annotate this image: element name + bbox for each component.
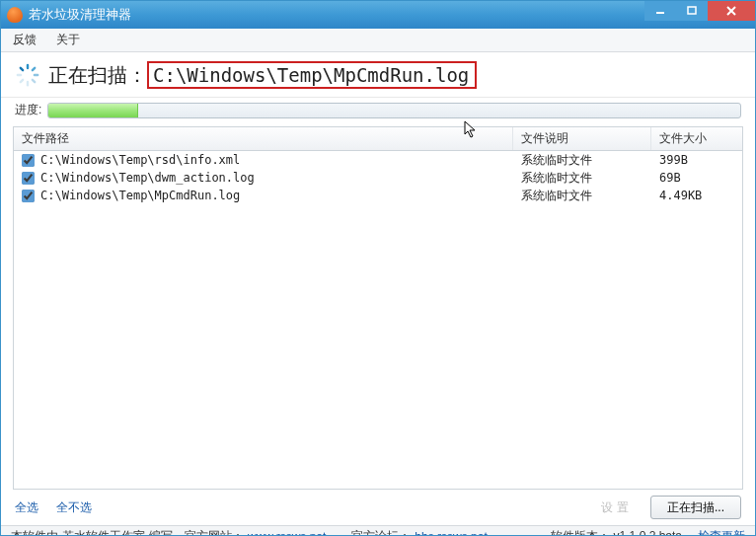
footer-version: v1.1.0.2 beta — [614, 529, 682, 536]
scan-button[interactable]: 正在扫描... — [650, 496, 741, 519]
menu-about[interactable]: 关于 — [56, 32, 80, 48]
spinner-icon — [15, 62, 40, 88]
svg-rect-7 — [31, 78, 37, 84]
menu-feedback[interactable]: 反馈 — [13, 32, 37, 48]
window-title: 若水垃圾清理神器 — [29, 6, 131, 24]
app-icon — [7, 7, 23, 23]
row-path: C:\Windows\Temp\rsd\info.xml — [40, 153, 240, 167]
svg-rect-6 — [34, 73, 39, 75]
window-controls — [644, 1, 755, 21]
row-desc: 系统临时文件 — [513, 187, 651, 204]
footer-version-label: 软件版本： — [551, 529, 610, 536]
table-row[interactable]: C:\Windows\Temp\rsd\info.xml系统临时文件399B — [14, 151, 742, 169]
progress-bar — [47, 103, 741, 118]
table-body: C:\Windows\Temp\rsd\info.xml系统临时文件399BC:… — [14, 151, 742, 204]
row-checkbox[interactable] — [22, 154, 35, 167]
footer: 本软件由 若水软件工作室 编写，官方网站： www.rssws.net 官方论坛… — [1, 525, 755, 536]
svg-rect-9 — [19, 78, 25, 84]
row-checkbox[interactable] — [22, 190, 35, 202]
row-path: C:\Windows\Temp\MpCmdRun.log — [40, 189, 240, 202]
progress-row: 进度: — [1, 98, 755, 126]
footer-site-link[interactable]: www.rssws.net — [248, 530, 326, 537]
footer-forum-label: 官方论坛： — [351, 528, 411, 536]
svg-rect-5 — [31, 66, 37, 72]
col-header-size[interactable]: 文件大小 — [651, 127, 742, 150]
maximize-button[interactable] — [676, 1, 708, 21]
titlebar: 若水垃圾清理神器 — [1, 1, 755, 29]
settings-faint-label: 设置 — [601, 499, 633, 516]
col-header-desc[interactable]: 文件说明 — [513, 127, 651, 150]
col-header-path[interactable]: 文件路径 — [14, 127, 513, 150]
row-size: 69B — [651, 169, 742, 187]
footer-studio: 若水软件工作室 — [62, 528, 145, 536]
svg-rect-1 — [688, 7, 696, 14]
row-desc: 系统临时文件 — [513, 169, 651, 187]
table-header: 文件路径 文件说明 文件大小 — [14, 127, 742, 151]
close-button[interactable] — [708, 1, 755, 21]
scan-label-prefix: 正在扫描： — [48, 62, 147, 89]
scan-path-highlight: C:\Windows\Temp\MpCmdRun.log — [147, 61, 477, 89]
row-path: C:\Windows\Temp\dwm_action.log — [40, 171, 255, 185]
row-checkbox[interactable] — [22, 172, 35, 185]
footer-forum-link[interactable]: bbs.rssws.net — [415, 530, 487, 537]
svg-rect-8 — [27, 80, 29, 86]
svg-rect-11 — [19, 66, 25, 72]
file-table: 文件路径 文件说明 文件大小 C:\Windows\Temp\rsd\info.… — [13, 126, 743, 490]
row-size: 399B — [651, 151, 742, 169]
footer-prefix: 本软件由 — [11, 528, 58, 536]
svg-rect-10 — [17, 73, 23, 75]
progress-fill — [48, 104, 138, 117]
table-row[interactable]: C:\Windows\Temp\MpCmdRun.log系统临时文件4.49KB — [14, 187, 742, 204]
action-row: 全选 全不选 设置 正在扫描... — [1, 490, 755, 525]
svg-rect-4 — [27, 63, 29, 69]
check-update-link[interactable]: 检查更新 — [698, 528, 745, 536]
row-size: 4.49KB — [651, 187, 742, 204]
minimize-button[interactable] — [644, 1, 676, 21]
scan-status-row: 正在扫描： C:\Windows\Temp\MpCmdRun.log — [1, 52, 755, 98]
row-desc: 系统临时文件 — [513, 151, 651, 169]
select-none-link[interactable]: 全不选 — [56, 499, 92, 516]
select-all-link[interactable]: 全选 — [15, 499, 38, 516]
scan-label: 正在扫描： C:\Windows\Temp\MpCmdRun.log — [48, 61, 477, 89]
footer-written: 编写，官方网站： — [149, 528, 244, 536]
table-row[interactable]: C:\Windows\Temp\dwm_action.log系统临时文件69B — [14, 169, 742, 187]
progress-label: 进度: — [15, 102, 41, 118]
menubar: 反馈 关于 — [1, 29, 755, 52]
